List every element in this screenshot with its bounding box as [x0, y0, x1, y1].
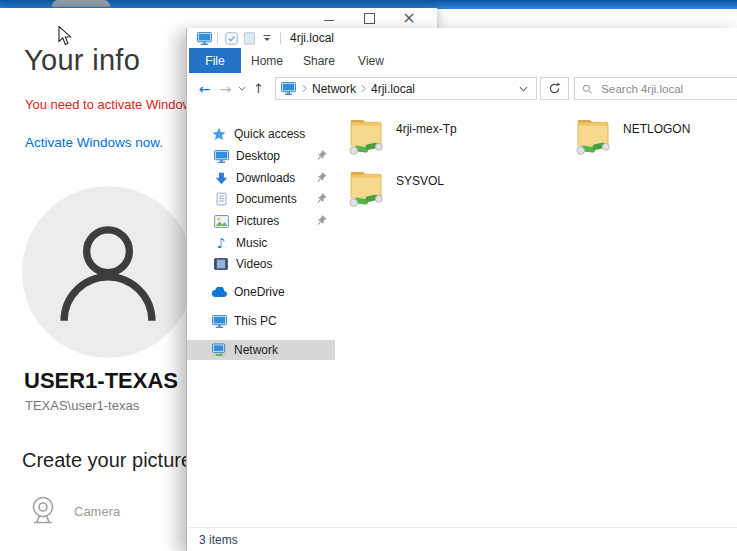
sidebar-item-label: Videos	[236, 257, 272, 271]
screen: × Your info You need to activate Windows…	[0, 0, 737, 551]
sidebar-item-label: Network	[234, 343, 278, 357]
forward-button[interactable]: →	[215, 81, 236, 97]
minimize-button[interactable]	[309, 8, 349, 28]
separator	[280, 32, 281, 44]
ribbon-tabs: File Home Share View	[187, 48, 737, 74]
desktop-icon	[213, 149, 229, 164]
refresh-button[interactable]	[540, 77, 569, 100]
shared-folder-icon	[576, 113, 610, 157]
activate-windows-link[interactable]: Activate Windows now.	[25, 135, 163, 150]
sidebar-item-network[interactable]: Network	[187, 340, 335, 360]
sidebar-item-downloads[interactable]: Downloads	[187, 168, 335, 188]
pin-icon[interactable]	[315, 193, 327, 205]
shared-folder-icon	[349, 113, 383, 157]
tab-share[interactable]: Share	[293, 48, 345, 73]
chevron-right-icon	[302, 84, 307, 93]
folder-name: NETLOGON	[623, 122, 690, 136]
create-picture-heading: Create your picture	[22, 449, 192, 472]
sheet-icon	[243, 32, 256, 45]
status-bar: 3 items	[187, 527, 737, 551]
maximize-button[interactable]	[349, 8, 389, 28]
minimize-icon	[324, 20, 334, 21]
pin-icon[interactable]	[315, 150, 327, 162]
quick-access-toolbar: 4rji.local	[187, 28, 737, 48]
user-display-name: USER1-TEXAS	[24, 368, 178, 394]
recent-locations-button[interactable]	[236, 86, 248, 91]
sidebar-item-label: OneDrive	[234, 285, 285, 299]
address-bar-row: ← → ↑ Network 4rji.local	[187, 73, 737, 104]
back-button[interactable]: ←	[194, 81, 215, 97]
new-folder-button[interactable]	[240, 29, 258, 47]
tab-view[interactable]: View	[345, 48, 397, 73]
tab-file[interactable]: File	[189, 48, 241, 73]
sidebar-item-label: Desktop	[236, 149, 280, 163]
sidebar-item-onedrive[interactable]: OneDrive	[187, 282, 335, 302]
item-count: 3 items	[199, 533, 238, 547]
pin-icon[interactable]	[315, 215, 327, 227]
camera-label: Camera	[74, 504, 120, 519]
navigation-buttons: ← → ↑	[194, 73, 269, 104]
sidebar-item-label: Pictures	[236, 214, 279, 228]
window-title: 4rji.local	[290, 31, 334, 45]
breadcrumb-domain[interactable]: 4rji.local	[371, 82, 415, 96]
up-button[interactable]: ↑	[248, 81, 269, 96]
music-icon: ♪	[213, 236, 229, 251]
search-input[interactable]	[599, 82, 736, 96]
avatar	[22, 186, 194, 358]
network-icon	[211, 343, 227, 358]
tab-home[interactable]: Home	[241, 48, 293, 73]
folder-tile-sysvol[interactable]: SYSVOL	[349, 165, 444, 209]
close-button[interactable]: ×	[389, 8, 429, 28]
system-menu-button[interactable]	[195, 29, 213, 47]
this-pc-icon	[211, 314, 227, 329]
videos-icon	[213, 257, 229, 272]
search-icon	[582, 83, 592, 95]
sidebar-item-label: Documents	[236, 192, 297, 206]
background-tab-shape	[52, 0, 110, 7]
shared-folder-icon	[349, 165, 383, 209]
sidebar-item-label: Downloads	[236, 171, 295, 185]
chevron-right-icon	[361, 84, 366, 93]
star-icon	[211, 127, 227, 142]
downloads-icon	[213, 171, 229, 186]
computer-icon	[281, 82, 296, 95]
page-title: Your info	[24, 44, 140, 77]
separator	[217, 32, 218, 44]
chevron-down-icon	[238, 86, 246, 91]
person-icon	[47, 211, 169, 333]
sidebar-item-pictures[interactable]: Pictures	[187, 211, 335, 231]
checkbox-icon	[225, 32, 238, 45]
sidebar-item-documents[interactable]: Documents	[187, 189, 335, 209]
toolbar-dropdown-icon	[262, 33, 272, 43]
breadcrumb-network[interactable]: Network	[312, 82, 356, 96]
sidebar-item-videos[interactable]: Videos	[187, 254, 335, 274]
properties-button[interactable]	[222, 29, 240, 47]
sidebar-item-music[interactable]: ♪ Music	[187, 233, 335, 253]
settings-window-controls: ×	[309, 8, 429, 28]
address-dropdown-icon[interactable]	[519, 86, 528, 92]
folder-tile-4rji-mex-tp[interactable]: 4rji-mex-Tp	[349, 113, 457, 157]
sidebar-item-desktop[interactable]: Desktop	[187, 146, 335, 166]
refresh-icon	[548, 82, 561, 95]
camera-option[interactable]: Camera	[26, 495, 120, 527]
folder-name: 4rji-mex-Tp	[396, 122, 457, 136]
customize-toolbar-button[interactable]	[258, 29, 276, 47]
address-bar[interactable]: Network 4rji.local	[275, 77, 537, 100]
pin-icon[interactable]	[315, 172, 327, 184]
search-box[interactable]	[574, 77, 737, 100]
close-icon: ×	[402, 10, 415, 26]
computer-icon	[197, 32, 212, 45]
sidebar-item-this-pc[interactable]: This PC	[187, 311, 335, 331]
sidebar-item-label: This PC	[234, 314, 277, 328]
explorer-window: 4rji.local File Home Share View ← → ↑ Ne…	[186, 28, 737, 551]
sidebar-item-label: Music	[236, 236, 267, 250]
folder-name: SYSVOL	[396, 174, 444, 188]
onedrive-cloud-icon	[211, 285, 227, 300]
user-domain-account: TEXAS\user1-texas	[25, 398, 139, 413]
folder-tile-netlogon[interactable]: NETLOGON	[576, 113, 690, 157]
documents-icon	[213, 192, 229, 207]
camera-icon	[26, 495, 60, 527]
sidebar-item-quick-access[interactable]: Quick access	[187, 124, 335, 144]
maximize-icon	[364, 13, 375, 24]
sidebar-item-label: Quick access	[234, 127, 305, 141]
